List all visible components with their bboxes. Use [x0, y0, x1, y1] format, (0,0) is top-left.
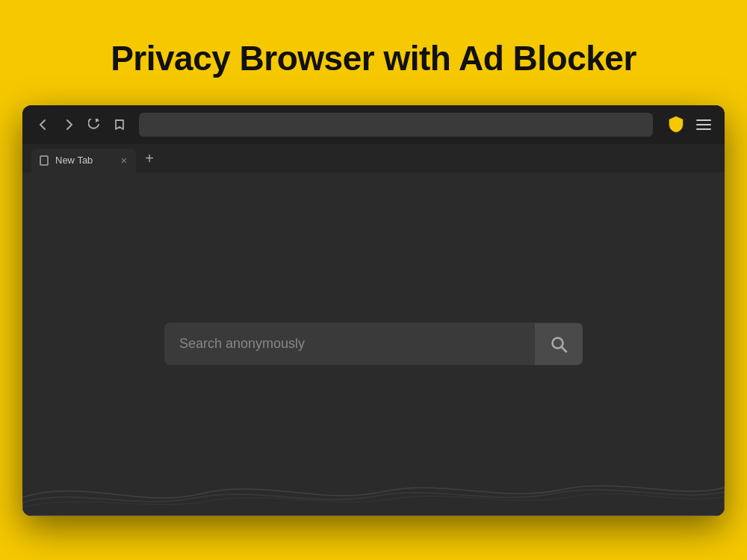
- reload-button[interactable]: [84, 114, 105, 135]
- menu-line-2: [696, 124, 711, 125]
- tab-bar: New Tab × +: [22, 144, 725, 172]
- bookmark-button[interactable]: [109, 114, 130, 135]
- search-icon: [550, 335, 568, 353]
- shield-button[interactable]: [666, 115, 686, 134]
- menu-line-3: [696, 128, 711, 130]
- tab-favicon: [39, 155, 49, 166]
- wave-decoration: [22, 456, 725, 516]
- svg-line-2: [562, 346, 567, 352]
- nav-buttons: [33, 114, 130, 135]
- new-tab-button[interactable]: +: [139, 149, 160, 169]
- forward-button[interactable]: [58, 114, 79, 135]
- search-input[interactable]: [164, 323, 535, 365]
- toolbar-right: [666, 115, 714, 134]
- tab-label: New Tab: [55, 155, 114, 166]
- menu-button[interactable]: [693, 116, 714, 133]
- back-button[interactable]: [33, 114, 54, 135]
- browser-content: [22, 172, 725, 516]
- address-bar[interactable]: [139, 113, 653, 137]
- menu-line-1: [696, 119, 711, 121]
- browser-tab-newtab[interactable]: New Tab ×: [31, 149, 136, 172]
- browser-toolbar: [22, 105, 725, 144]
- tab-close-button[interactable]: ×: [120, 155, 128, 166]
- page-title: Privacy Browser with Ad Blocker: [111, 39, 636, 78]
- search-container: [164, 323, 583, 365]
- browser-window: New Tab × +: [22, 105, 725, 516]
- search-button[interactable]: [535, 323, 583, 365]
- svg-rect-0: [40, 156, 48, 165]
